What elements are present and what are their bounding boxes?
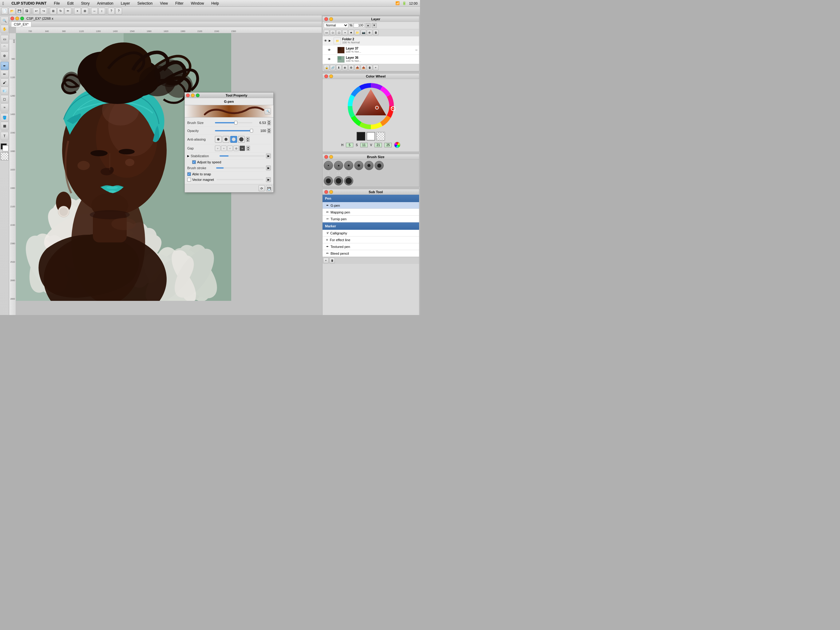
layer-visibility-36[interactable]: 👁 (327, 57, 331, 61)
subtool-item-calligraphy[interactable]: 𝒞 Calligraphy (322, 230, 419, 237)
subtool-item-turnip-pen[interactable]: ✑ Turnip pen (322, 216, 419, 222)
pen-tool[interactable]: ✒ (1, 62, 9, 70)
subtool-item-g-pen[interactable]: ✒ G-pen (322, 202, 419, 209)
canvas-tab[interactable]: CSP_EX* (11, 22, 32, 27)
menu-view[interactable]: View (159, 1, 169, 6)
layer-trash-button[interactable]: 🗑 (367, 65, 373, 70)
layer-close-button[interactable] (324, 17, 328, 21)
layer-minimize-button[interactable] (329, 17, 333, 21)
brush-close-button[interactable] (324, 155, 328, 159)
tp-brush-size-up[interactable]: ▲ (267, 120, 271, 123)
tp-close-button[interactable] (186, 93, 190, 97)
tp-stabilization-slider[interactable] (219, 155, 265, 157)
gap-0-button[interactable]: ○ (215, 146, 221, 151)
hand-tool[interactable]: ✋ (1, 25, 9, 33)
menu-animation[interactable]: Animation (96, 1, 114, 6)
tp-save-button[interactable]: 💾 (266, 185, 272, 192)
fill-tool[interactable]: 🪣 (1, 114, 9, 122)
menu-window[interactable]: Window (190, 1, 205, 6)
blur-tool[interactable]: ≈ (1, 103, 9, 111)
tp-minimize-button[interactable] (191, 93, 195, 97)
layer-lock-button[interactable]: 🔒 (324, 65, 329, 70)
aa-medium-button[interactable] (230, 136, 237, 143)
subtool-category-marker[interactable]: Marker (322, 222, 419, 230)
background-swatch[interactable] (366, 132, 375, 141)
menu-edit[interactable]: Edit (66, 1, 75, 6)
layer-camera-button[interactable]: 📷 (361, 30, 366, 35)
menu-layer[interactable]: Layer (120, 1, 131, 6)
color-spectrum-button[interactable] (394, 142, 400, 148)
subtool-item-mapping-pen[interactable]: ✏ Mapping pen (322, 209, 419, 216)
subtool-item-effect-line[interactable]: ≡ For effect line (322, 237, 419, 243)
color-minimize-button[interactable] (329, 74, 333, 78)
menu-story[interactable]: Story (80, 1, 91, 6)
tp-opacity-down[interactable]: ▼ (267, 131, 271, 133)
tp-maximize-button[interactable] (196, 93, 199, 97)
canvas-close-button[interactable] (11, 17, 14, 20)
brush-size-8[interactable] (334, 176, 343, 185)
save-as-button[interactable]: 🖫 (24, 8, 30, 14)
transparent-swatch[interactable] (376, 132, 385, 141)
gap-1-button[interactable]: ○ (221, 146, 227, 151)
save-file-button[interactable]: 💾 (16, 8, 23, 14)
subtool-close-button[interactable] (324, 190, 328, 194)
app-name[interactable]: CLIP STUDIO PAINT (10, 1, 47, 6)
aa-down[interactable]: ▼ (246, 139, 249, 142)
tp-opacity-value[interactable]: 100 (254, 129, 266, 133)
layer-expand-icon[interactable]: ▶ (329, 39, 332, 43)
layer-mask-button[interactable]: ◻ (336, 30, 342, 35)
layer-settings-button[interactable]: ⚙ (348, 65, 354, 70)
tp-brush-stroke-slider[interactable] (216, 167, 265, 169)
color-a-value[interactable]: 25 (384, 143, 392, 147)
transparent-color[interactable] (1, 152, 9, 160)
layer-merge-button[interactable]: ⬇ (336, 65, 342, 70)
zoom-tool[interactable]: 🔍 (1, 17, 9, 25)
new-file-button[interactable]: 📄 (1, 8, 8, 14)
aa-up[interactable]: ▲ (246, 137, 249, 139)
menu-filter[interactable]: Filter (174, 1, 185, 6)
layer-new-vector-button[interactable]: ◇ (330, 30, 335, 35)
select-lasso-tool[interactable]: ⌒ (1, 43, 9, 51)
gap-2-button[interactable]: ○ (227, 146, 233, 151)
apple-logo-icon[interactable]:  (2, 1, 4, 6)
blend-mode-select[interactable]: Normal (324, 23, 348, 28)
tp-stabilization-expand[interactable]: ▶ (266, 154, 271, 158)
flip-v-button[interactable]: ↕ (98, 8, 105, 14)
subtool-add-button[interactable]: + (323, 258, 329, 263)
gap-4-button[interactable]: ∞ (240, 146, 245, 151)
menu-file[interactable]: File (52, 1, 61, 6)
brush-size-4[interactable] (354, 161, 363, 170)
subtool-minimize-button[interactable] (329, 190, 333, 194)
color-close-button[interactable] (324, 74, 328, 78)
pencil-tool[interactable]: ✏ (1, 70, 9, 78)
redo-button[interactable]: ↪ (40, 8, 47, 14)
foreground-swatch[interactable] (357, 132, 365, 141)
text-tool[interactable]: T (1, 132, 9, 140)
brush-size-2[interactable] (324, 161, 333, 170)
opacity-input[interactable]: 100 (354, 23, 364, 28)
color-h-value[interactable]: 5 (346, 143, 353, 147)
transform-button[interactable]: ⊞ (50, 8, 57, 14)
help-tb-button[interactable]: ? (108, 8, 115, 14)
layer-import-button[interactable]: 📥 (355, 65, 360, 70)
color-wheel-svg[interactable] (346, 82, 395, 131)
brush-size-2-5[interactable] (334, 161, 343, 170)
aa-none-button[interactable] (215, 136, 222, 143)
opacity-up-button[interactable]: ▲ (366, 23, 371, 28)
vector-button[interactable]: ⌖ (74, 8, 81, 14)
brush-size-6[interactable] (374, 161, 384, 170)
open-file-button[interactable]: 📂 (9, 8, 15, 14)
subtool-item-textured-pen[interactable]: ✒ Textured pen (322, 243, 419, 250)
opacity-down-button[interactable]: ▼ (372, 23, 377, 28)
stabilization-collapse-button[interactable]: ▶ (187, 154, 189, 157)
layer-item-36[interactable]: 👁 Layer 36 100 % Nor... (322, 55, 419, 64)
flip-h-button[interactable]: ↔ (91, 8, 98, 14)
brush-minimize-button[interactable] (329, 155, 333, 159)
subtool-item-bleed-pencil[interactable]: ✏ Bleed pencil (322, 250, 419, 257)
gap-3-button[interactable]: ◎ (234, 146, 239, 151)
tp-brush-size-slider[interactable] (215, 122, 253, 123)
layer-ref-button[interactable]: 🔗 (330, 65, 335, 70)
color-pick-tb-button[interactable]: ✏ (65, 8, 71, 14)
subtool-category-pen[interactable]: Pen (322, 195, 419, 202)
menu-help[interactable]: Help (210, 1, 220, 6)
